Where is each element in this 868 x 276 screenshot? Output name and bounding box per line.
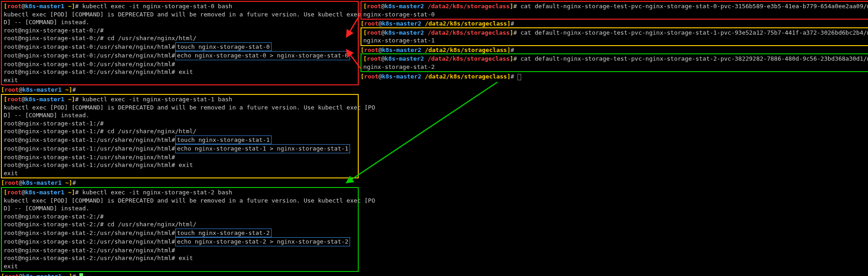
cwd: /data2/k8s/storageclass xyxy=(428,55,510,62)
command: cat default-nginx-storage-test-pvc-nginx… xyxy=(520,55,868,62)
cmd-line: [root@k8s-master1 ~]# kubectl exec -it n… xyxy=(4,188,356,197)
bracket: [ xyxy=(4,3,7,10)
highlighted-cmd: echo nginx-storage-stat-2 > nginx-storag… xyxy=(175,237,350,246)
highlighted-cmd: touch nginx-storage-stat-2 xyxy=(175,229,272,238)
prompt-hash: # xyxy=(513,3,521,10)
cursor xyxy=(79,273,83,276)
terminal-block-right-1: [root@k8s-master2 /data2/k8s/storageclas… xyxy=(361,27,868,46)
highlighted-cmd: touch nginx-storage-stat-1 xyxy=(175,135,272,145)
hostname: k8s-master1 xyxy=(22,273,62,276)
bracket: ] xyxy=(510,55,513,62)
output-line: kubectl exec [POD] [COMMAND] is DEPRECAT… xyxy=(4,10,356,19)
highlighted-cmd: echo nginx-storage-stat-1 > nginx-storag… xyxy=(175,144,350,153)
pod-cmd-line: root@nginx-storage-stat-2:/# cd /usr/sha… xyxy=(4,220,356,229)
right-terminal[interactable]: [root@k8s-master2 /data2/k8s/storageclas… xyxy=(361,1,868,276)
at-sign: @ xyxy=(21,189,25,196)
bracket: [ xyxy=(1,273,5,276)
cmd-line: [root@k8s-master2 /data2/k8s/storageclas… xyxy=(363,55,868,63)
user: root xyxy=(7,3,21,10)
hostname: k8s-master1 xyxy=(25,96,64,103)
pod-cmd-line: root@nginx-storage-stat-1:/usr/share/ngi… xyxy=(4,144,356,153)
left-terminal[interactable]: [root@k8s-master1 ~]# kubectl exec -it n… xyxy=(1,1,359,276)
between-prompt: [root@k8s-master1 ~]# xyxy=(1,179,359,187)
bracket: ] xyxy=(72,3,75,10)
user: root xyxy=(7,189,21,196)
at-sign: @ xyxy=(21,3,25,10)
cwd: ~ xyxy=(68,3,72,10)
highlighted-cmd: touch nginx-storage-stat-0 xyxy=(175,42,272,52)
output-line: nginx-storage-stat-1 xyxy=(363,36,868,45)
cmd-line: [root@k8s-master1 ~]# kubectl exec -it n… xyxy=(4,95,356,104)
at-sign: @ xyxy=(19,86,22,93)
pod-cmd-line: root@nginx-storage-stat-1:/# cd /usr/sha… xyxy=(4,127,356,135)
output-line: D] -- [COMMAND] instead. xyxy=(4,204,356,213)
pod-prompt: root@nginx-storage-stat-1:/# xyxy=(4,120,356,128)
pod-cmd-line: root@nginx-storage-stat-0:/usr/share/ngi… xyxy=(4,51,356,60)
bracket: ] xyxy=(72,96,75,103)
at-sign: @ xyxy=(21,96,25,103)
hostname: k8s-master1 xyxy=(22,179,62,186)
highlighted-cmd: echo nginx-storage-stat-0 > nginx-storag… xyxy=(175,51,350,60)
user: root xyxy=(5,86,19,93)
hostname: k8s-master2 xyxy=(385,29,424,36)
pod-cmd-line: root@nginx-storage-stat-0:/# cd /usr/sha… xyxy=(4,34,356,42)
prompt-hash: # xyxy=(73,273,80,276)
user: root xyxy=(5,273,19,276)
terminal-block-2: [root@k8s-master1 ~]# kubectl exec -it n… xyxy=(1,187,359,271)
at-sign: @ xyxy=(381,3,385,10)
command: kubectl exec -it nginx-storage-stat-1 ba… xyxy=(82,96,232,103)
hostname: k8s-master1 xyxy=(25,189,64,196)
between-prompt: [root@k8s-master2 /data2/k8s/storageclas… xyxy=(361,46,868,54)
output-line: exit xyxy=(4,76,356,84)
cwd: /data2/k8s/storageclass xyxy=(428,3,510,10)
cmd-line: [root@k8s-master2 /data2/k8s/storageclas… xyxy=(363,29,868,37)
user: root xyxy=(367,29,381,36)
bracket: [ xyxy=(363,29,367,36)
command: cat default-nginx-storage-test-pvc-nginx… xyxy=(520,29,868,36)
bracket: ] xyxy=(72,189,75,196)
prompt-hash: # xyxy=(75,96,83,103)
pod-cmd-line: root@nginx-storage-stat-2:/usr/share/ngi… xyxy=(4,237,356,246)
bracket: [ xyxy=(1,179,5,186)
user: root xyxy=(367,3,381,10)
cwd: ~ xyxy=(65,179,69,186)
pod-cmd-line: root@nginx-storage-stat-1:/usr/share/ngi… xyxy=(4,135,356,145)
user: root xyxy=(367,55,381,62)
hostname: k8s-master2 xyxy=(385,55,424,62)
bracket: ] xyxy=(69,86,73,93)
terminal-block-0: [root@k8s-master1 ~]# kubectl exec -it n… xyxy=(1,1,359,85)
bracket: [ xyxy=(363,3,367,10)
user: root xyxy=(5,179,19,186)
terminal-layout: [root@k8s-master1 ~]# kubectl exec -it n… xyxy=(1,1,867,276)
at-sign: @ xyxy=(381,29,385,36)
output-line: exit xyxy=(4,262,356,271)
final-prompt[interactable]: [root@k8s-master1 ~]# xyxy=(1,272,359,276)
at-sign: @ xyxy=(19,273,22,276)
command: kubectl exec -it nginx-storage-stat-2 ba… xyxy=(82,189,232,196)
bracket: [ xyxy=(4,96,7,103)
pod-cmd-line: root@nginx-storage-stat-0:/usr/share/ngi… xyxy=(4,42,356,52)
hostname: k8s-master1 xyxy=(22,86,62,93)
user: root xyxy=(7,96,21,103)
cwd: ~ xyxy=(65,86,69,93)
hostname: k8s-master1 xyxy=(25,3,64,10)
output-line: D] -- [COMMAND] instead. xyxy=(4,18,356,26)
pod-cmd-line: root@nginx-storage-stat-2:/usr/share/ngi… xyxy=(4,254,356,262)
at-sign: @ xyxy=(381,55,385,62)
bracket: ] xyxy=(510,3,513,10)
terminal-block-1: [root@k8s-master1 ~]# kubectl exec -it n… xyxy=(1,94,359,178)
pod-cmd-line: root@nginx-storage-stat-0:/usr/share/ngi… xyxy=(4,68,356,76)
bracket: ] xyxy=(69,179,73,186)
bracket: [ xyxy=(1,86,5,93)
prompt-hash: # xyxy=(75,189,83,196)
hostname: k8s-master2 xyxy=(385,3,424,10)
output-line: exit xyxy=(4,169,356,177)
bracket: ] xyxy=(510,29,513,36)
pod-prompt: root@nginx-storage-stat-2:/# xyxy=(4,213,356,221)
terminal-block-right-0: [root@k8s-master2 /data2/k8s/storageclas… xyxy=(361,1,868,20)
at-sign: @ xyxy=(19,179,22,186)
final-prompt-right[interactable]: [root@k8s-master2 /data2/k8s/storageclas… xyxy=(361,73,868,81)
cwd: ~ xyxy=(68,189,72,196)
pod-prompt: root@nginx-storage-stat-1:/usr/share/ngi… xyxy=(4,153,356,161)
output-line: nginx-storage-stat-2 xyxy=(363,63,868,71)
